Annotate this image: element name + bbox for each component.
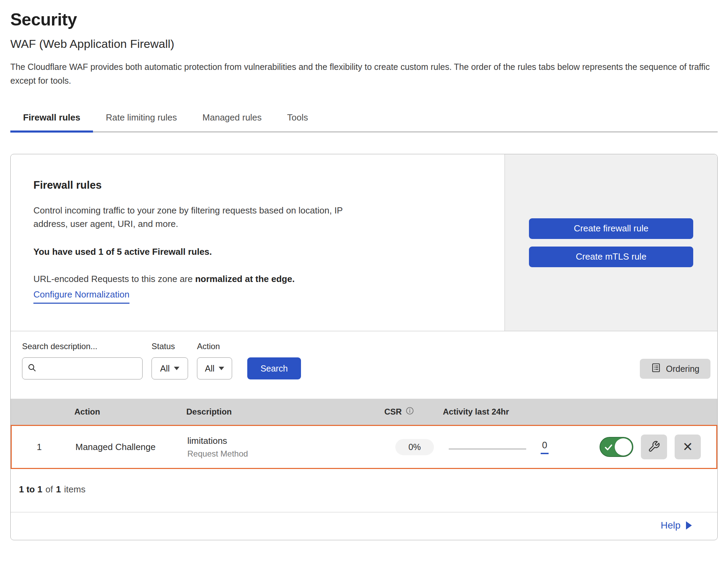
action-label: Action [197, 342, 232, 351]
header-csr: CSR [384, 407, 402, 417]
normalization-text-prefix: URL-encoded Requests to this zone are [33, 274, 195, 284]
panel-heading: Firewall rules [33, 179, 480, 191]
status-dropdown[interactable]: All [152, 357, 188, 379]
page-subtitle: WAF (Web Application Firewall) [10, 37, 718, 51]
items-word: items [64, 484, 85, 494]
page-description: The Cloudflare WAF provides both automat… [10, 60, 717, 87]
toggle-knob [615, 438, 632, 456]
activity-sparkline [449, 449, 526, 449]
close-icon: ✕ [683, 441, 693, 453]
search-button[interactable]: Search [247, 357, 301, 379]
activity-cell: 0 [444, 440, 595, 454]
status-label: Status [152, 342, 188, 351]
edit-rule-button[interactable] [641, 435, 667, 459]
chevron-down-icon [219, 367, 224, 370]
table-row[interactable]: 1 Managed Challenge limitations Request … [11, 425, 717, 469]
table-header-row: Action Description CSR Activity last 24h… [11, 399, 717, 425]
header-activity: Activity last 24hr [443, 407, 594, 417]
create-firewall-rule-button[interactable]: Create firewall rule [529, 218, 693, 239]
normalization-text: URL-encoded Requests to this zone are no… [33, 274, 480, 284]
panel-description: Control incoming traffic to your zone by… [33, 204, 371, 231]
items-of: of [45, 484, 53, 494]
csr-badge: 0% [395, 439, 434, 455]
delete-rule-button[interactable]: ✕ [675, 435, 701, 459]
help-link[interactable]: Help [661, 520, 692, 531]
tab-firewall-rules[interactable]: Firewall rules [10, 106, 93, 133]
status-dropdown-value: All [160, 364, 170, 374]
help-row: Help [11, 512, 717, 540]
tab-tools[interactable]: Tools [274, 106, 321, 131]
rule-priority: 1 [12, 442, 67, 452]
search-icon [27, 363, 37, 374]
chevron-down-icon [174, 367, 179, 370]
waf-tabs: Firewall rules Rate limiting rules Manag… [10, 106, 718, 133]
actions-panel: Create firewall rule Create mTLS rule [505, 154, 717, 331]
normalization-text-bold: normalized at the edge. [195, 274, 295, 284]
search-box[interactable] [22, 357, 143, 379]
header-description: Description [186, 407, 384, 417]
items-range: 1 to 1 [19, 484, 42, 494]
action-dropdown-value: All [205, 364, 215, 374]
items-total: 1 [56, 484, 61, 494]
info-icon[interactable] [405, 406, 414, 417]
list-ordering-icon [651, 363, 661, 375]
firewall-rules-summary-section: Firewall rules Control incoming traffic … [11, 154, 717, 331]
rule-action: Managed Challenge [67, 442, 187, 452]
create-mtls-rule-button[interactable]: Create mTLS rule [529, 247, 693, 267]
help-link-label: Help [661, 520, 680, 531]
page-title: Security [10, 10, 718, 30]
rule-description-detail: Request Method [187, 449, 385, 459]
header-action: Action [66, 407, 186, 417]
firewall-rules-card: Firewall rules Control incoming traffic … [10, 154, 718, 540]
table-footer: 1 to 1of1items [11, 469, 717, 512]
security-waf-page: Security WAF (Web Application Firewall) … [0, 0, 728, 540]
wrench-icon [648, 440, 660, 454]
action-dropdown[interactable]: All [197, 357, 232, 379]
search-label: Search description... [22, 342, 143, 351]
chevron-right-icon [686, 521, 692, 530]
rule-description-cell: limitations Request Method [187, 436, 385, 459]
tab-managed-rules[interactable]: Managed rules [190, 106, 274, 131]
check-icon [603, 442, 614, 454]
usage-text: You have used 1 of 5 active Firewall rul… [33, 247, 480, 257]
configure-normalization-link[interactable]: Configure Normalization [33, 289, 129, 304]
activity-count-link[interactable]: 0 [541, 440, 549, 454]
filter-bar: Search description... Status All [11, 331, 717, 399]
rule-enabled-toggle[interactable] [600, 437, 633, 457]
rule-description: limitations [187, 436, 385, 446]
search-input[interactable] [40, 364, 137, 373]
ordering-button[interactable]: Ordering [640, 359, 710, 379]
ordering-button-label: Ordering [666, 364, 699, 374]
tab-rate-limiting-rules[interactable]: Rate limiting rules [93, 106, 190, 131]
